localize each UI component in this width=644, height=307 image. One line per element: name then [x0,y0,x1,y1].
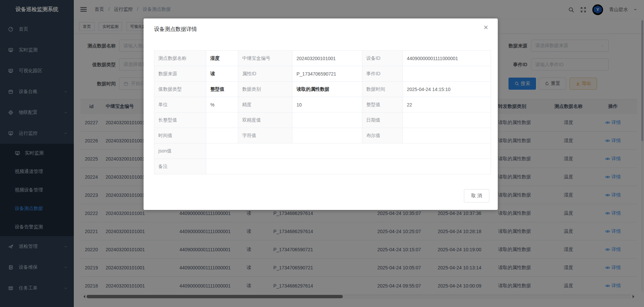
desc-value: 22 [403,97,491,113]
detail-dialog: 设备测点数据详情 ✕ 测点数据名称 湿度 中继宝盒编号 202403200101… [144,18,498,210]
desc-label: 设备ID [362,51,403,66]
desc-row: 时间值 字符值 布尔值 [154,128,491,143]
desc-label: 事件ID [362,66,403,82]
desc-label: 属性ID [238,66,292,82]
desc-value: 44090000001111000001 [403,51,491,66]
desc-value [403,128,491,143]
desc-label: 数据时间 [362,82,403,97]
desc-value [292,128,362,143]
desc-value [403,66,491,82]
desc-value: % [206,97,238,113]
desc-label: 单位 [154,97,206,113]
desc-value [403,113,491,128]
desc-value [206,128,238,143]
desc-row: 值数据类型 整型值 数据类别 读取的属性数据 数据时间 2025-04-24 1… [154,82,491,97]
desc-value: 读 [206,66,238,82]
close-icon[interactable]: ✕ [483,25,488,31]
desc-label: json值 [154,143,206,159]
desc-label: 中继宝盒编号 [238,51,292,66]
desc-label: 整型值 [362,97,403,113]
desc-label: 布尔值 [362,128,403,143]
desc-value: 2025-04-24 14:15:10 [403,82,491,97]
desc-label: 测点数据名称 [154,51,206,66]
desc-value [292,113,362,128]
desc-label: 时间值 [154,128,206,143]
desc-label: 值数据类型 [154,82,206,97]
desc-value: 202403200101001 [292,51,362,66]
desc-value [206,143,491,159]
desc-label: 双精度值 [238,113,292,128]
desc-row: 单位 % 精度 10 整型值 22 [154,97,491,113]
desc-row: 数据来源 读 属性ID P_1734706590721 事件ID [154,66,491,82]
cancel-button[interactable]: 取 消 [464,189,489,203]
desc-value [206,113,238,128]
desc-row: 长整型值 双精度值 日期值 [154,113,491,128]
desc-row: 备注 [154,159,491,174]
desc-value: 10 [292,97,362,113]
app-root: 设备巡检监测系统 首页 实时监测 可视化园区 设备台账 物联配置 运行监控 [0,0,644,307]
desc-label: 日期值 [362,113,403,128]
desc-value: 湿度 [206,51,238,66]
desc-row: 测点数据名称 湿度 中继宝盒编号 202403200101001 设备ID 44… [154,51,491,66]
dialog-title: 设备测点数据详情 [154,26,197,33]
desc-value: 整型值 [206,82,238,97]
desc-label: 数据来源 [154,66,206,82]
desc-value: 读取的属性数据 [292,82,362,97]
detail-descriptions-table: 测点数据名称 湿度 中继宝盒编号 202403200101001 设备ID 44… [154,50,491,174]
desc-value [206,159,491,174]
desc-label: 数据类别 [238,82,292,97]
desc-label: 精度 [238,97,292,113]
desc-label: 备注 [154,159,206,174]
desc-row: json值 [154,143,491,159]
desc-label: 字符值 [238,128,292,143]
desc-label: 长整型值 [154,113,206,128]
desc-value: P_1734706590721 [292,66,362,82]
